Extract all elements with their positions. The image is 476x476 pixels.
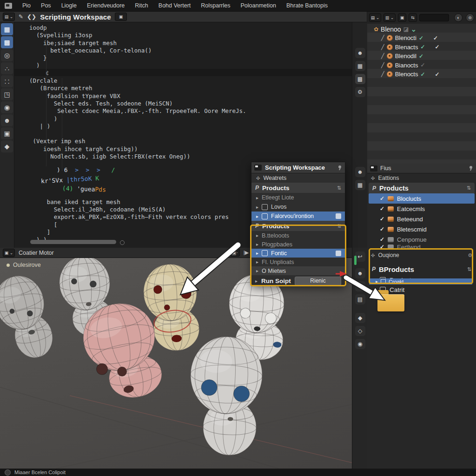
product-item-selected[interactable]: ✓ Bloclucts (369, 193, 475, 204)
product-item[interactable]: ✓ Eatcecmls (369, 204, 475, 214)
grid-small-icon-2[interactable]: ▩ (355, 74, 365, 84)
outliner-item-row[interactable]: ╱ Blenocti ✓ ✓ (367, 33, 476, 43)
check-icon[interactable]: ✓ (419, 53, 423, 60)
tool-cursor-icon[interactable]: ◎ (1, 49, 13, 61)
mode-icon[interactable]: ▣· (230, 249, 240, 257)
render-icon[interactable]: ◪ (403, 26, 409, 33)
popup-lower-row[interactable]: ▸ B.ttelooots (251, 231, 345, 240)
person-icon-3[interactable]: ☻ (355, 268, 365, 278)
editor-type-dropdown[interactable]: ▤ ⌄ (3, 13, 15, 21)
checkmark-icon[interactable]: ⌄ (411, 26, 416, 33)
product-item[interactable]: ✓ Beteeund (369, 214, 475, 224)
sort-updown-icon[interactable]: ⇅ (467, 266, 471, 272)
sort-updown-icon[interactable]: ⇅ (337, 185, 341, 191)
menu-item-0[interactable]: Pio (22, 2, 31, 9)
pin-icon[interactable] (469, 166, 473, 171)
grid-small-icon-3[interactable]: ▦ (355, 180, 365, 190)
popup-row-selected[interactable]: ▸ Falorvou'irontion (251, 212, 345, 221)
check-icon[interactable]: ✓ (380, 205, 384, 212)
tool-mesh-icon[interactable]: ▩ (1, 36, 13, 48)
outliner-root-row[interactable]: ✿ Blenoo ◪ ⌄ (367, 25, 476, 34)
tool-paint-icon[interactable]: ◆ (1, 140, 13, 152)
undo-icon[interactable]: ↩ (355, 251, 365, 262)
selected-partial-row[interactable]: ▸ Croakt (369, 278, 472, 284)
popup-row[interactable]: ▸ Lovos (251, 202, 345, 212)
menu-item-2[interactable]: Liogle (61, 2, 77, 9)
folder-icon[interactable] (377, 290, 404, 311)
person-icon-2[interactable]: ☻ (355, 167, 365, 177)
check-icon[interactable]: ✓ (421, 44, 425, 50)
menu-item-6[interactable]: Rolsparrles (201, 2, 230, 9)
tool-facedots-icon[interactable]: ⸫ (1, 62, 13, 74)
check-icon-2[interactable]: ✓ (435, 71, 440, 78)
sync-icon[interactable]: ⇆ (409, 13, 417, 22)
menu-item-5[interactable]: Bohd Vertert (159, 2, 191, 9)
popup-products-header-2[interactable]: P Products ⇅ (251, 221, 345, 231)
app-logo-icon[interactable] (5, 3, 12, 9)
popup-products-header[interactable]: P Products ⇅ (251, 183, 345, 193)
menu-item-4[interactable]: Ritch (135, 2, 148, 9)
weatrets-row[interactable]: ✣ Weatrets (251, 173, 345, 183)
products-section-header[interactable]: P Products ⇅ (369, 183, 475, 193)
grid-small-icon[interactable]: ▦ (355, 61, 365, 71)
code-text[interactable]: ioodp (Svpeliing i3osp ibe;siaed target … (29, 24, 246, 244)
outliner-item-row[interactable]: ╱ Blenocts ✓ ✓ (367, 70, 476, 79)
tool-ring-icon[interactable]: ◉ (1, 101, 13, 113)
tool-grid-icon[interactable]: ▦ (1, 23, 13, 35)
product-item-muted[interactable]: ✓ Cenpomue (369, 234, 475, 245)
popup-lower-row-selected[interactable]: ▸ Fontic (251, 249, 345, 258)
display-mode-dropdown[interactable]: ▥ ⌄ (383, 13, 396, 22)
ball-icon[interactable]: ◉ (355, 339, 365, 349)
menu-item-3[interactable]: Eriendveudore (87, 2, 125, 9)
check-icon[interactable]: ✓ (380, 195, 384, 202)
tool-boxselect-icon[interactable]: ◳ (1, 88, 13, 100)
tool-square-icon[interactable]: ▣ (1, 127, 13, 139)
shield-icon-2[interactable]: ◇ (355, 326, 365, 336)
shield-icon[interactable]: ◆ (355, 313, 365, 323)
outliner-item-row[interactable]: ╱ Blenodil ✓ (367, 52, 476, 61)
outline-box-header[interactable]: P BProducts ⇅ (367, 263, 476, 275)
popup-row[interactable]: ▸ Etleegt Liote (251, 193, 345, 202)
outliner-item-row[interactable]: ╱ Blenacts ✓ ✓ (367, 43, 476, 52)
check-icon[interactable]: ✓ (380, 226, 384, 232)
product-item[interactable]: ✓ Bletescmid (369, 224, 475, 234)
product-item-partial[interactable]: ✓ Eertlwnd (369, 245, 475, 249)
popup-lower-row[interactable]: ▸ Plogpbades (251, 240, 345, 249)
properties-editor-icon[interactable] (370, 165, 377, 172)
check-icon-dim[interactable]: ✓ (421, 62, 425, 68)
horizontal-scrollbar[interactable] (30, 240, 116, 244)
menu-item-1[interactable]: Pos (41, 2, 51, 9)
gear-small-icon[interactable]: ⚙ (355, 87, 365, 97)
check-icon[interactable]: ✓ (380, 216, 384, 222)
sort-updown-icon[interactable]: ⇅ (337, 223, 341, 229)
collections-row[interactable]: ✣ Eattions (367, 173, 476, 183)
check-icon-2[interactable]: ✓ (435, 44, 440, 50)
check-icon[interactable]: ✓ (419, 35, 423, 41)
popup-header[interactable]: Scripting Workspace (251, 162, 345, 173)
outliner-editor-dropdown[interactable]: ▤ ⌄ (369, 13, 381, 22)
grey-head-front[interactable] (188, 335, 264, 456)
outliner-item-row[interactable]: ╱ Bianocts ✓ (367, 61, 476, 70)
viewport-editor-dropdown[interactable]: ▣ ⌄ (3, 249, 15, 257)
pin-icon[interactable] (337, 165, 342, 170)
check-icon-2[interactable]: ✓ (433, 35, 438, 41)
run-button[interactable]: Rienic (295, 277, 341, 285)
check-icon[interactable]: ✓ (380, 236, 384, 243)
menu-item-7[interactable]: Poloanmetion (241, 2, 276, 9)
new-text-button[interactable]: ▣ (115, 13, 127, 21)
grey-head-far-left[interactable] (0, 271, 57, 364)
menu-item-8[interactable]: Bhrate Bantopis (286, 2, 328, 9)
page-icon[interactable]: ▤ (355, 294, 365, 304)
person-icon[interactable]: ☻ (355, 48, 365, 58)
options-icon[interactable]: ⊜ (466, 13, 474, 22)
snap-icon[interactable]: |▶ (242, 249, 250, 256)
sort-updown-icon[interactable]: ⇅ (467, 185, 471, 191)
filter-icon[interactable]: ◐ (454, 13, 463, 22)
filter-small-icon[interactable]: ▣ (398, 13, 406, 22)
tool-grab-icon[interactable]: ☻ (1, 114, 13, 126)
popup-lower-row[interactable]: ▸ O Mietws (251, 266, 345, 275)
check-icon[interactable]: ✓ (380, 245, 384, 249)
ouqione-header[interactable]: ✣ Ouqione ⚙ (367, 251, 476, 259)
person-icon-4[interactable]: ☻ (355, 281, 365, 291)
outliner-search-input[interactable] (419, 14, 449, 21)
